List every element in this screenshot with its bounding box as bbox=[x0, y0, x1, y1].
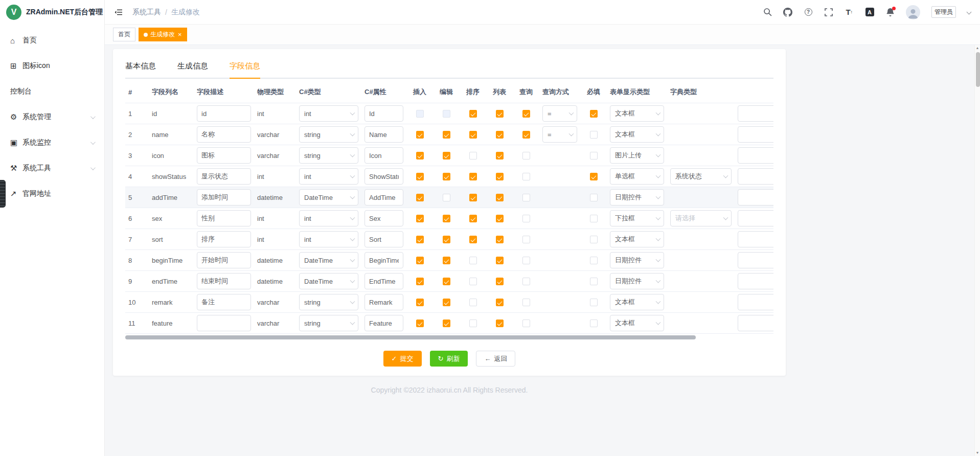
dict-type-select[interactable]: 系统状态 bbox=[670, 168, 732, 185]
csharp-type-select[interactable]: string bbox=[299, 294, 358, 310]
github-icon[interactable] bbox=[783, 8, 792, 17]
display-type-select[interactable]: 日期控件 bbox=[610, 189, 664, 206]
required-checkbox[interactable] bbox=[590, 299, 598, 306]
query-checkbox[interactable] bbox=[522, 257, 530, 264]
query-checkbox[interactable] bbox=[522, 215, 530, 222]
csharp-prop-input[interactable] bbox=[364, 294, 403, 310]
list-checkbox[interactable] bbox=[496, 173, 504, 180]
list-checkbox[interactable] bbox=[496, 278, 504, 285]
csharp-prop-input[interactable] bbox=[364, 273, 403, 289]
query-checkbox[interactable] bbox=[522, 320, 530, 327]
edit-checkbox[interactable] bbox=[443, 320, 450, 327]
extra-field-input[interactable] bbox=[738, 294, 773, 310]
submit-button[interactable]: ✓ 提交 bbox=[383, 351, 422, 367]
column-desc-input[interactable] bbox=[197, 147, 251, 164]
insert-checkbox[interactable] bbox=[416, 278, 424, 285]
edit-checkbox[interactable] bbox=[443, 194, 450, 201]
tag-active[interactable]: 生成修改 × bbox=[139, 28, 187, 41]
edit-checkbox[interactable] bbox=[443, 110, 450, 118]
collapse-sidebar-icon[interactable] bbox=[114, 8, 123, 16]
csharp-type-select[interactable]: int bbox=[299, 231, 358, 247]
csharp-type-select[interactable]: string bbox=[299, 147, 358, 164]
insert-checkbox[interactable] bbox=[416, 194, 424, 201]
avatar[interactable] bbox=[906, 5, 920, 19]
sidebar-item-system-management[interactable]: ⚙ 系统管理 bbox=[0, 104, 104, 130]
extra-field-input[interactable] bbox=[738, 252, 773, 268]
query-method-select[interactable]: = bbox=[542, 105, 577, 122]
sidebar-item-home[interactable]: ⌂ 首页 bbox=[0, 28, 104, 53]
sidebar-item-system-monitor[interactable]: ▣ 系统监控 bbox=[0, 130, 104, 155]
csharp-type-select[interactable]: DateTime bbox=[299, 252, 358, 268]
insert-checkbox[interactable] bbox=[416, 257, 424, 264]
required-checkbox[interactable] bbox=[590, 320, 598, 327]
list-checkbox[interactable] bbox=[496, 257, 504, 264]
required-checkbox[interactable] bbox=[590, 278, 598, 285]
extra-field-input[interactable] bbox=[738, 231, 773, 247]
csharp-prop-input[interactable] bbox=[364, 126, 403, 143]
insert-checkbox[interactable] bbox=[416, 173, 424, 180]
extra-field-input[interactable] bbox=[738, 168, 773, 185]
query-checkbox[interactable] bbox=[522, 173, 530, 180]
tab-field-info[interactable]: 字段信息 bbox=[230, 60, 260, 78]
extra-field-input[interactable] bbox=[738, 105, 773, 122]
query-checkbox[interactable] bbox=[522, 278, 530, 285]
query-checkbox[interactable] bbox=[522, 131, 530, 139]
sort-checkbox[interactable] bbox=[469, 236, 477, 243]
display-type-select[interactable]: 日期控件 bbox=[610, 252, 664, 268]
display-type-select[interactable]: 文本框 bbox=[610, 294, 664, 310]
column-desc-input[interactable] bbox=[197, 252, 251, 268]
column-desc-input[interactable] bbox=[197, 210, 251, 226]
help-icon[interactable]: ? bbox=[804, 8, 813, 17]
refresh-button[interactable]: ↻ 刷新 bbox=[430, 351, 468, 367]
display-type-select[interactable]: 文本框 bbox=[610, 231, 664, 247]
column-desc-input[interactable] bbox=[197, 273, 251, 289]
list-checkbox[interactable] bbox=[496, 236, 504, 243]
extra-field-input[interactable] bbox=[738, 315, 773, 331]
column-desc-input[interactable] bbox=[197, 105, 251, 122]
insert-checkbox[interactable] bbox=[416, 152, 424, 159]
csharp-prop-input[interactable] bbox=[364, 168, 403, 185]
csharp-prop-input[interactable] bbox=[364, 315, 403, 331]
sort-checkbox[interactable] bbox=[469, 173, 477, 180]
display-type-select[interactable]: 文本框 bbox=[610, 105, 664, 122]
csharp-prop-input[interactable] bbox=[364, 147, 403, 164]
bell-icon[interactable] bbox=[885, 8, 895, 17]
vertical-scrollbar[interactable]: ▲ ▼ bbox=[974, 45, 980, 456]
tab-generate-info[interactable]: 生成信息 bbox=[177, 60, 208, 78]
csharp-prop-input[interactable] bbox=[364, 189, 403, 206]
column-desc-input[interactable] bbox=[197, 126, 251, 143]
extra-field-input[interactable] bbox=[738, 189, 773, 206]
edit-checkbox[interactable] bbox=[443, 257, 450, 264]
display-type-select[interactable]: 下拉框 bbox=[610, 210, 664, 226]
csharp-type-select[interactable]: string bbox=[299, 315, 358, 331]
required-checkbox[interactable] bbox=[590, 131, 598, 139]
edit-checkbox[interactable] bbox=[443, 278, 450, 285]
vertical-scrollbar-thumb[interactable] bbox=[976, 52, 980, 87]
sidebar-item-system-tools[interactable]: ⚒ 系统工具 bbox=[0, 155, 104, 181]
insert-checkbox[interactable] bbox=[416, 236, 424, 243]
tab-basic-info[interactable]: 基本信息 bbox=[125, 60, 156, 78]
required-checkbox[interactable] bbox=[590, 257, 598, 264]
horizontal-scrollbar-thumb[interactable] bbox=[125, 335, 696, 339]
column-desc-input[interactable] bbox=[197, 231, 251, 247]
column-desc-input[interactable] bbox=[197, 315, 251, 331]
required-checkbox[interactable] bbox=[590, 152, 598, 159]
csharp-type-select[interactable]: DateTime bbox=[299, 273, 358, 289]
insert-checkbox[interactable] bbox=[416, 320, 424, 327]
sort-checkbox[interactable] bbox=[469, 320, 477, 327]
sort-checkbox[interactable] bbox=[469, 110, 477, 118]
app-logo[interactable]: V ZRAdmin.NET后台管理 bbox=[0, 0, 104, 25]
required-checkbox[interactable] bbox=[590, 236, 598, 243]
list-checkbox[interactable] bbox=[496, 110, 504, 118]
settings-drawer-handle[interactable] bbox=[0, 180, 6, 208]
sort-checkbox[interactable] bbox=[469, 278, 477, 285]
list-checkbox[interactable] bbox=[496, 215, 504, 222]
csharp-prop-input[interactable] bbox=[364, 210, 403, 226]
search-icon[interactable] bbox=[763, 8, 772, 17]
edit-checkbox[interactable] bbox=[443, 131, 450, 139]
csharp-type-select[interactable]: int bbox=[299, 168, 358, 185]
extra-field-input[interactable] bbox=[738, 126, 773, 143]
display-type-select[interactable]: 图片上传 bbox=[610, 147, 664, 164]
csharp-type-select[interactable]: int bbox=[299, 210, 358, 226]
query-checkbox[interactable] bbox=[522, 236, 530, 243]
